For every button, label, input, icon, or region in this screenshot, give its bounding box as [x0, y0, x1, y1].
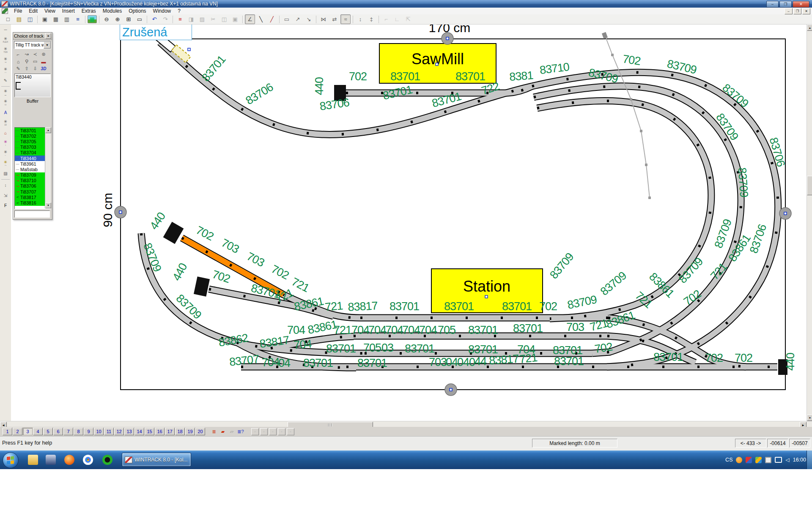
tray-update-icon[interactable] — [736, 457, 742, 463]
language-indicator[interactable]: CS — [725, 457, 732, 463]
page-tab-20[interactable]: 20 — [195, 428, 205, 435]
wand-tool-button[interactable]: ✎ — [0, 76, 11, 85]
horizontal-scrollbar[interactable]: ◀ ▶ — [0, 421, 812, 427]
close-button[interactable]: ✕ — [793, 1, 809, 8]
page-tab-6[interactable]: 6 — [53, 428, 63, 435]
new-file-button[interactable]: □ — [3, 14, 13, 24]
track-lower-button[interactable]: ↘ — [304, 14, 314, 24]
terrain-part-button[interactable]: ✳〜 — [0, 158, 11, 168]
bed-cat-icon[interactable]: ▬ — [39, 58, 48, 65]
straight-cat-icon[interactable]: ⌐ — [14, 51, 22, 58]
list-scroll-down-icon[interactable]: ▼ — [45, 202, 51, 208]
copy-button[interactable]: ◫ — [219, 14, 229, 24]
delete-sheet-button[interactable]: ▨ — [197, 14, 207, 24]
box-part-button[interactable]: ✳▭ — [0, 98, 11, 107]
parts-list-button[interactable]: ≡ — [175, 14, 185, 24]
speaker-icon[interactable]: ◁ — [785, 457, 789, 463]
vertical-scroll-thumb[interactable] — [807, 176, 812, 195]
print-button[interactable]: ▦ — [51, 14, 61, 24]
page-tab-4[interactable]: 4 — [33, 428, 43, 435]
3d-cat-icon[interactable]: 3D — [39, 65, 48, 72]
tray-flag-icon[interactable] — [765, 457, 771, 463]
download-cat-icon[interactable]: ⇩ — [31, 65, 39, 72]
elbow-part-button[interactable]: ✳⌐ — [0, 148, 11, 158]
taskbar-active-task[interactable]: WINTRACK 8.0 - [Kol... — [122, 453, 191, 467]
vertical-scrollbar[interactable]: ▲ ▼ — [807, 25, 812, 421]
menu-edit[interactable]: Edit — [25, 8, 41, 14]
figure-part-button[interactable]: ✳♀ — [0, 138, 11, 148]
part-search-input[interactable] — [14, 210, 50, 218]
print-preview-button[interactable]: ▣ — [40, 14, 50, 24]
cut-button[interactable]: ✂ — [208, 14, 218, 24]
menu-modules[interactable]: Modules — [99, 8, 125, 14]
track-system-dropdown[interactable]: Tillig TT track w ▼ — [14, 41, 51, 49]
save-file-button[interactable]: ◫ — [25, 14, 35, 24]
frame-cat-icon[interactable]: ▭ — [31, 58, 39, 65]
wave-tool-button[interactable]: ✳〰 — [0, 66, 11, 75]
layers-all-button[interactable]: ≣ — [210, 428, 218, 435]
scroll-up-icon[interactable]: ▲ — [807, 25, 812, 31]
building-cat-icon[interactable]: ⌂ — [14, 58, 22, 65]
flex-1-button[interactable]: ✳FLEX — [0, 35, 11, 45]
media-icon[interactable] — [102, 455, 112, 465]
deleted-note-label[interactable]: Zrušená — [120, 25, 192, 40]
taskbar-clock[interactable]: 16:00 — [793, 457, 806, 463]
menu-options[interactable]: Options — [125, 8, 149, 14]
page-tab-2[interactable]: 2 — [13, 428, 22, 435]
redo-button[interactable]: ↷ — [160, 14, 170, 24]
page-tab-19[interactable]: 19 — [185, 428, 195, 435]
layer-hide-button[interactable]: ▱ — [228, 428, 236, 435]
align-button[interactable]: ⇱ — [403, 14, 413, 24]
height-tool-button[interactable]: ↕ — [0, 180, 11, 190]
measure-button[interactable]: ∠ — [245, 14, 255, 24]
auto-connect-button[interactable]: ≈ — [340, 14, 351, 24]
draw-cat-icon[interactable]: ✎ — [14, 65, 22, 72]
open-file-button[interactable]: ▤ — [14, 14, 24, 24]
line-part-button[interactable]: ✳▁ — [0, 87, 11, 97]
page-tab-9[interactable]: 9 — [84, 428, 93, 435]
f-tool-button[interactable]: F — [0, 201, 11, 210]
page-tab-17[interactable]: 17 — [165, 428, 175, 435]
backup-icon[interactable] — [46, 455, 56, 465]
zoom-in-button[interactable]: ⊕ — [112, 14, 123, 24]
firefox-icon[interactable] — [64, 455, 74, 465]
menu-window[interactable]: Window — [150, 8, 175, 14]
connect-button[interactable]: ⋈ — [318, 14, 329, 24]
chrome-icon[interactable] — [83, 455, 93, 465]
slope-button[interactable]: ↕ — [355, 14, 365, 24]
menu-extras[interactable]: Extras — [78, 8, 99, 14]
mdi-minimize-button[interactable]: – — [785, 8, 793, 14]
house-part-button[interactable]: ⌂ — [0, 128, 11, 138]
layer-query-button[interactable]: ≣? — [236, 428, 245, 435]
image-view-button[interactable]: ▦ — [88, 15, 97, 23]
slope-cat-icon[interactable]: ≺ — [31, 51, 39, 58]
corner-move-button[interactable]: ⌐ — [381, 14, 391, 24]
minimize-button[interactable]: – — [766, 1, 779, 8]
mdi-close-button[interactable]: ✕ — [802, 8, 810, 14]
paste-button[interactable]: ▣ — [230, 14, 240, 24]
layer-current-button[interactable]: ▰ — [219, 428, 227, 435]
network-icon[interactable] — [775, 457, 782, 463]
menu-view[interactable]: View — [41, 8, 59, 14]
upload-cat-icon[interactable]: ⇧ — [22, 65, 31, 72]
flex-720-button[interactable]: ✳7/20 — [0, 45, 11, 55]
page-tab-3[interactable]: 3 — [23, 428, 33, 435]
image-part-button[interactable]: ▨ — [0, 169, 11, 178]
plan-canvas[interactable]: SawMill Station 170 cm 90 cm 07837018370… — [11, 25, 807, 421]
curve-tool-button[interactable]: ✳↪ — [0, 55, 11, 65]
select-track-button[interactable]: ╲ — [256, 14, 266, 24]
page-tab-5[interactable]: 5 — [43, 428, 53, 435]
zoom-out-button[interactable]: ⊖ — [102, 14, 112, 24]
scroll-down-icon[interactable]: ▼ — [807, 415, 812, 421]
explorer-icon[interactable] — [28, 455, 38, 465]
tray-color-icon[interactable] — [755, 457, 762, 463]
list-scroll-up-icon[interactable]: ▲ — [45, 127, 51, 133]
page-tab-13[interactable]: 13 — [124, 428, 134, 435]
page-tab-8[interactable]: 8 — [74, 428, 83, 435]
divider-tool-button[interactable]: ─ — [0, 25, 11, 35]
disconnect-button[interactable]: ⇄ — [329, 14, 340, 24]
parts-notes-button[interactable]: ≡ — [73, 14, 83, 24]
page-tab-18[interactable]: 18 — [175, 428, 185, 435]
insert-cross-button[interactable]: ‡ — [366, 14, 376, 24]
show-desktop-button[interactable] — [807, 451, 812, 469]
